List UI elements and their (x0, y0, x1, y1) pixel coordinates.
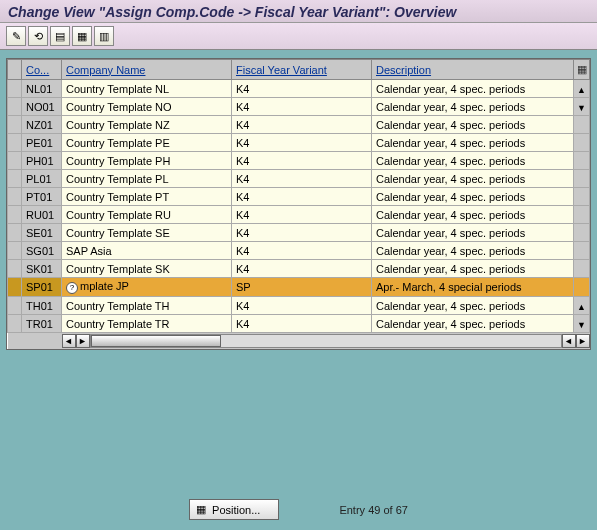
cell-name-wrap[interactable]: Country Template SE (62, 224, 232, 242)
cell-variant[interactable]: K4 (232, 242, 372, 260)
table-row[interactable]: PL01Country Template PLK4Calendar year, … (8, 170, 590, 188)
undo-icon[interactable]: ⟲ (28, 26, 48, 46)
cell-variant[interactable]: K4 (232, 260, 372, 278)
cell-code[interactable]: SE01 (22, 224, 62, 242)
scroll-thumb[interactable] (91, 335, 221, 347)
cell-code[interactable]: PL01 (22, 170, 62, 188)
cell-name-wrap[interactable]: Country Template PE (62, 134, 232, 152)
cell-code[interactable]: SK01 (22, 260, 62, 278)
row-selector[interactable] (8, 98, 22, 116)
cell-variant[interactable]: K4 (232, 98, 372, 116)
table-row[interactable]: PT01Country Template PTK4Calendar year, … (8, 188, 590, 206)
vscroll-cell[interactable] (574, 278, 590, 297)
row-selector[interactable] (8, 116, 22, 134)
table-row[interactable]: TR01Country Template TRK4Calendar year, … (8, 315, 590, 333)
cell-code[interactable]: NZ01 (22, 116, 62, 134)
row-selector[interactable] (8, 224, 22, 242)
cell-name-wrap[interactable]: SAP Asia (62, 242, 232, 260)
cell-variant[interactable]: K4 (232, 80, 372, 98)
cell-name-wrap[interactable]: Country Template TH (62, 297, 232, 315)
scroll-right-icon[interactable]: ► (76, 334, 90, 348)
row-selector[interactable] (8, 278, 22, 297)
row-selector[interactable] (8, 170, 22, 188)
row-selector[interactable] (8, 242, 22, 260)
cell-desc[interactable]: Calendar year, 4 spec. periods (372, 260, 574, 278)
row-selector[interactable] (8, 152, 22, 170)
row-selector[interactable] (8, 297, 22, 315)
col-code[interactable]: Co... (22, 60, 62, 80)
cell-name-wrap[interactable]: Country Template NL (62, 80, 232, 98)
scroll-left2-icon[interactable]: ◄ (562, 334, 576, 348)
cell-desc[interactable]: Calendar year, 4 spec. periods (372, 98, 574, 116)
vscroll-cell[interactable] (574, 206, 590, 224)
cell-variant[interactable]: K4 (232, 170, 372, 188)
cell-code[interactable]: PT01 (22, 188, 62, 206)
vscroll-cell[interactable] (574, 188, 590, 206)
cell-code[interactable]: PE01 (22, 134, 62, 152)
select-block-icon[interactable]: ▦ (72, 26, 92, 46)
table-row[interactable]: RU01Country Template RUK4Calendar year, … (8, 206, 590, 224)
cell-desc[interactable]: Calendar year, 4 spec. periods (372, 188, 574, 206)
scroll-track[interactable] (90, 334, 562, 348)
horizontal-scrollbar[interactable]: ◄ ► ◄ ► (8, 333, 590, 349)
vscroll-cell[interactable] (574, 260, 590, 278)
cell-name-wrap[interactable]: Country Template PL (62, 170, 232, 188)
table-row[interactable]: NZ01Country Template NZK4Calendar year, … (8, 116, 590, 134)
cell-variant[interactable]: K4 (232, 152, 372, 170)
vscroll-cell[interactable]: ▲ (574, 297, 590, 315)
cell-desc[interactable]: Calendar year, 4 spec. periods (372, 315, 574, 333)
vscroll-cell[interactable] (574, 242, 590, 260)
vscroll-cell[interactable] (574, 116, 590, 134)
cell-variant[interactable]: K4 (232, 188, 372, 206)
select-all-icon[interactable]: ▤ (50, 26, 70, 46)
table-row[interactable]: SP01?mplate JPSPApr.- March, 4 special p… (8, 278, 590, 297)
cell-code[interactable]: NO01 (22, 98, 62, 116)
table-row[interactable]: PE01Country Template PEK4Calendar year, … (8, 134, 590, 152)
cell-desc[interactable]: Apr.- March, 4 special periods (372, 278, 574, 297)
table-row[interactable]: PH01Country Template PHK4Calendar year, … (8, 152, 590, 170)
cell-desc[interactable]: Calendar year, 4 spec. periods (372, 297, 574, 315)
cell-code[interactable]: SP01 (22, 278, 62, 297)
row-selector[interactable] (8, 134, 22, 152)
cell-desc[interactable]: Calendar year, 4 spec. periods (372, 80, 574, 98)
cell-desc[interactable]: Calendar year, 4 spec. periods (372, 242, 574, 260)
cell-variant[interactable]: K4 (232, 134, 372, 152)
row-selector[interactable] (8, 188, 22, 206)
cell-variant[interactable]: SP (232, 278, 372, 297)
cell-name-wrap[interactable]: Country Template NZ (62, 116, 232, 134)
row-selector[interactable] (8, 315, 22, 333)
cell-name-wrap[interactable]: Country Template SK (62, 260, 232, 278)
row-selector[interactable] (8, 80, 22, 98)
cell-code[interactable]: PH01 (22, 152, 62, 170)
col-variant[interactable]: Fiscal Year Variant (232, 60, 372, 80)
position-button[interactable]: ▦ Position... (189, 499, 279, 520)
cell-name-wrap[interactable]: Country Template RU (62, 206, 232, 224)
vscroll-cell[interactable]: ▲ (574, 80, 590, 98)
cell-code[interactable]: SG01 (22, 242, 62, 260)
scroll-right2-icon[interactable]: ► (576, 334, 590, 348)
cell-desc[interactable]: Calendar year, 4 spec. periods (372, 170, 574, 188)
cell-name-wrap[interactable]: Country Template PH (62, 152, 232, 170)
cell-name-wrap[interactable]: Country Template NO (62, 98, 232, 116)
vscroll-cell[interactable] (574, 134, 590, 152)
cell-variant[interactable]: K4 (232, 315, 372, 333)
edit-icon[interactable]: ✎ (6, 26, 26, 46)
cell-desc[interactable]: Calendar year, 4 spec. periods (372, 224, 574, 242)
cell-code[interactable]: NL01 (22, 80, 62, 98)
table-row[interactable]: SE01Country Template SEK4Calendar year, … (8, 224, 590, 242)
cell-variant[interactable]: K4 (232, 206, 372, 224)
scroll-left-icon[interactable]: ◄ (62, 334, 76, 348)
row-selector[interactable] (8, 260, 22, 278)
cell-code[interactable]: RU01 (22, 206, 62, 224)
deselect-icon[interactable]: ▥ (94, 26, 114, 46)
cell-name-wrap[interactable]: ?mplate JP (62, 278, 232, 297)
cell-variant[interactable]: K4 (232, 116, 372, 134)
cell-code[interactable]: TR01 (22, 315, 62, 333)
cell-variant[interactable]: K4 (232, 297, 372, 315)
cell-desc[interactable]: Calendar year, 4 spec. periods (372, 116, 574, 134)
vscroll-cell[interactable] (574, 170, 590, 188)
value-help-icon[interactable]: ? (66, 282, 78, 294)
vscroll-cell[interactable] (574, 224, 590, 242)
cell-variant[interactable]: K4 (232, 224, 372, 242)
vscroll-cell[interactable] (574, 152, 590, 170)
